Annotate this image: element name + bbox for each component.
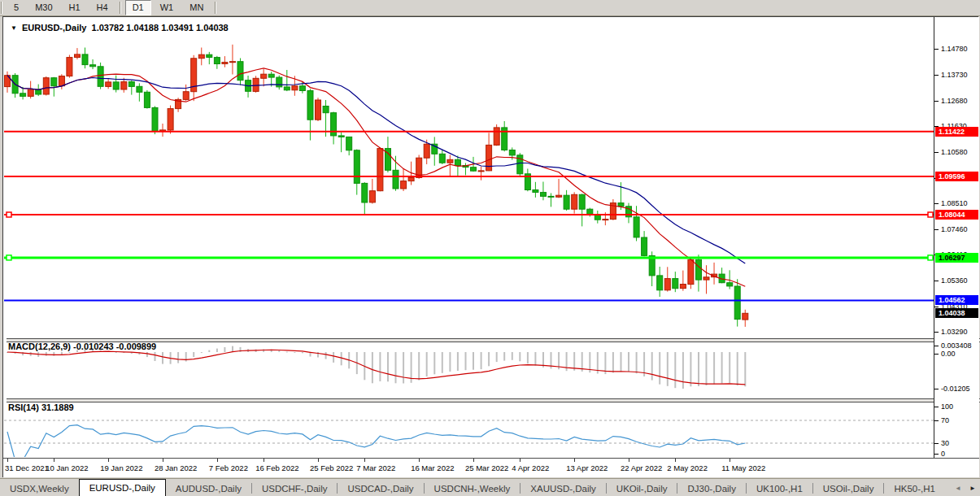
macd-bar: [333, 352, 334, 363]
price-tick: [934, 203, 939, 204]
candle-body: [277, 77, 282, 87]
macd-bar: [201, 352, 203, 353]
timeframe-button-h1[interactable]: H1: [62, 0, 88, 15]
candle-body: [657, 276, 663, 290]
candle-body: [680, 285, 686, 289]
candle-body: [207, 54, 212, 57]
candlestick-series[interactable]: [5, 45, 748, 327]
macd-bar: [659, 352, 660, 385]
chart-tab-usdx-weekly[interactable]: USDX,Weekly: [0, 481, 79, 496]
date-label: 25 Mar 2022: [465, 463, 508, 472]
price-tick: [934, 229, 939, 230]
chart-tab-audusd-daily[interactable]: AUDUSD-,Daily: [166, 481, 251, 496]
candle-body: [346, 137, 352, 150]
macd-bar: [628, 352, 629, 372]
candle-body: [214, 58, 220, 64]
rsi-panel[interactable]: [4, 401, 934, 457]
macd-bar: [208, 350, 210, 352]
chart-tab-usdchf-daily[interactable]: USDCHF-,Daily: [252, 481, 338, 496]
date-label: 7 Feb 2022: [209, 463, 248, 472]
resistance-2-price-label: 1.09596: [935, 172, 978, 181]
resistance-3-handle[interactable]: [928, 212, 933, 217]
candle-body: [541, 193, 547, 197]
candle-body: [43, 78, 49, 94]
support-green-price-label: 1.06297: [935, 253, 978, 263]
timeframe-button-m30[interactable]: M30: [28, 0, 59, 15]
chart-tab-ukoil-daily[interactable]: UKOil-,Daily: [607, 481, 677, 496]
chart-tab-hk50-h1[interactable]: HK50-,H1: [884, 481, 945, 496]
macd-bar: [612, 352, 614, 372]
ma-fast-line: [7, 68, 745, 286]
rsi-label: 0: [941, 450, 945, 458]
macd-bar: [426, 352, 428, 376]
price-tick: [934, 332, 939, 333]
macd-bar: [395, 352, 397, 383]
candle-body: [734, 286, 740, 320]
candle-body: [509, 150, 515, 155]
candle-body: [362, 183, 368, 202]
candle-body: [439, 154, 445, 163]
macd-bar: [503, 352, 505, 361]
macd-bar: [325, 352, 327, 359]
candle-body: [268, 74, 274, 77]
price-axis[interactable]: 1.147801.137301.126801.116301.105801.095…: [934, 17, 979, 476]
date-tick: [163, 459, 163, 462]
macd-bar: [286, 352, 288, 353]
date-label: 28 Jan 2022: [155, 463, 197, 472]
macd-bar: [379, 352, 381, 381]
date-label: 16 Feb 2022: [255, 463, 298, 472]
macd-bar: [674, 352, 676, 388]
date-label: 4 Apr 2022: [512, 463, 549, 472]
price-label: 1.07460: [941, 225, 968, 233]
macd-bar: [667, 352, 669, 386]
price-label: 1.03290: [941, 328, 968, 336]
macd-bar: [651, 352, 653, 381]
candle-body: [455, 159, 460, 165]
date-label: 2 May 2022: [667, 463, 708, 472]
main-price-chart[interactable]: [4, 18, 934, 337]
chart-tab-usdcad-daily[interactable]: USDCAD-,Daily: [338, 481, 423, 496]
chart-tab-xauusd-daily[interactable]: XAUUSD-,Daily: [520, 481, 606, 496]
date-label: 22 Apr 2022: [621, 463, 662, 472]
support-green-handle[interactable]: [928, 255, 933, 260]
price-label: 1.13730: [941, 71, 968, 79]
macd-bar: [68, 352, 70, 353]
date-axis[interactable]: 31 Dec 202110 Jan 202219 Jan 202228 Jan …: [3, 458, 979, 477]
candle-body: [673, 279, 678, 289]
chart-tab-dj30-daily[interactable]: DJ30-,Daily: [677, 481, 745, 496]
price-tick: [934, 101, 939, 102]
date-tick: [730, 459, 730, 462]
macd-tick: [934, 354, 939, 355]
resistance-3-handle[interactable]: [7, 212, 11, 217]
macd-bar: [481, 352, 482, 369]
rsi-indicator-label: RSI(14) 31.1889: [8, 402, 74, 412]
candle-body: [20, 94, 26, 97]
rsi-label: 70: [941, 416, 949, 424]
resistance-3-price-label: 1.08044: [935, 210, 978, 220]
date-tick: [629, 459, 629, 462]
candle-body: [230, 62, 236, 63]
date-tick: [364, 459, 365, 462]
rsi-line: [7, 425, 745, 457]
chart-tab-uk100-h1[interactable]: UK100-,H1: [747, 481, 812, 496]
tab-scroll-left-icon[interactable]: ◄: [952, 483, 964, 494]
symbol-triangle-icon[interactable]: ▼: [11, 24, 17, 32]
tab-scroll-right-icon[interactable]: ►: [967, 483, 978, 494]
chart-tab-usoil-daily[interactable]: USOil-,Daily: [813, 481, 884, 496]
timeframe-button-w1[interactable]: W1: [153, 0, 181, 15]
candle-body: [377, 149, 383, 191]
support-green-handle[interactable]: [7, 255, 11, 260]
timeframe-button-mn[interactable]: MN: [182, 0, 211, 15]
candle-body: [369, 191, 375, 202]
chart-tab-eurusd-daily[interactable]: EURUSD-,Daily: [79, 479, 166, 496]
chart-tab-usdcnh-weekly[interactable]: USDCNH-,Weekly: [425, 481, 520, 496]
timeframe-button-d1[interactable]: D1: [125, 0, 151, 15]
timeframe-button-5[interactable]: 5: [7, 0, 26, 15]
price-tick: [934, 152, 939, 153]
macd-bar: [403, 352, 404, 384]
macd-bar: [418, 352, 420, 381]
timeframe-button-h4[interactable]: H4: [89, 0, 115, 15]
macd-bar: [729, 352, 730, 383]
macd-bar: [224, 347, 225, 352]
date-tick: [108, 459, 109, 462]
